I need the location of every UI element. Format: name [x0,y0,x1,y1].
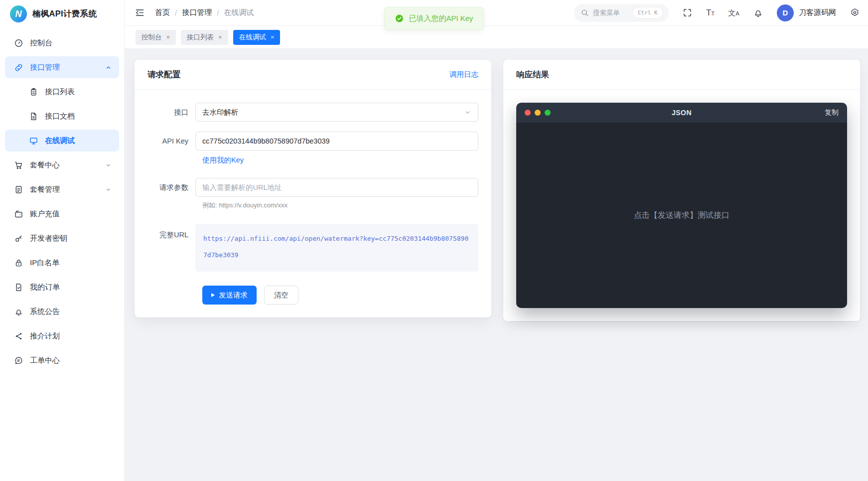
main-area: 首页 / 接口管理 / 在线调试 Ctrl K TT 文A [125,0,868,481]
tab-console[interactable]: 控制台 × [136,30,176,45]
sidebar-item-package-center[interactable]: 套餐中心 [5,154,119,176]
cart-icon [14,160,23,170]
use-my-key-link[interactable]: 使用我的Key [202,156,244,164]
sidebar-item-package-manage[interactable]: 套餐管理 [5,178,119,200]
request-config-panel: 请求配置 调用日志 接口 去水印解析 API K [135,60,491,318]
chevron-up-icon [105,64,112,71]
api-select[interactable]: 去水印解析 [195,103,478,122]
sidebar-item-api-docs[interactable]: 接口文档 [5,105,119,127]
breadcrumb-section[interactable]: 接口管理 [182,8,212,17]
clear-button[interactable]: 清空 [264,286,298,305]
success-check-icon [395,14,404,23]
fullscreen-button[interactable] [682,7,693,18]
settings-button[interactable] [850,7,860,18]
breadcrumb-separator: / [175,8,177,17]
app-logo-icon: N [10,5,27,22]
tab-label: 在线调试 [239,33,266,42]
sidebar-item-label: 接口列表 [45,87,75,97]
content-area: 请求配置 调用日志 接口 去水印解析 API K [125,49,868,481]
document-icon [29,112,38,121]
params-hint: 例如: https://v.douyin.com/xxx [202,201,478,210]
translate-button[interactable]: 文A [728,9,739,17]
sidebar-item-console[interactable]: 控制台 [5,32,119,54]
breadcrumb-home[interactable]: 首页 [155,8,170,17]
tab-label: 控制台 [142,33,162,42]
sidebar-item-api-manage[interactable]: 接口管理 [5,56,119,78]
sidebar-item-ip-whitelist[interactable]: IP白名单 [5,252,119,274]
window-controls [525,110,551,116]
sidebar-nav: 控制台 接口管理 接口列表 接口文档 在线调试 [0,28,124,375]
sidebar-item-label: 接口文档 [45,112,75,121]
tabbar: 控制台 × 接口列表 × 在线调试 × [125,26,868,49]
chevron-down-icon [105,186,112,193]
api-key-label: API Key [147,137,195,145]
notifications-button[interactable] [753,7,763,18]
sidebar-item-developer-key[interactable]: 开发者密钥 [5,227,119,249]
app-title: 楠枫API计费系统 [32,8,97,19]
key-icon [14,234,23,243]
send-request-button[interactable]: 发送请求 [202,286,257,305]
full-url-label: 完整URL [147,224,195,240]
close-icon[interactable]: × [166,34,170,40]
sidebar-item-referral-plan[interactable]: 推介计划 [5,325,119,347]
tab-api-list[interactable]: 接口列表 × [181,30,228,45]
panel-title: 请求配置 [147,69,180,80]
close-icon[interactable]: × [218,34,222,40]
sidebar-item-label: 套餐中心 [30,160,60,170]
link-icon [14,63,23,72]
topbar: 首页 / 接口管理 / 在线调试 Ctrl K TT 文A [125,0,868,26]
params-input[interactable] [195,178,478,197]
params-label: 请求参数 [147,183,195,192]
toast-message: 已填入您的API Key [384,7,483,30]
breadcrumb: 首页 / 接口管理 / 在线调试 [155,8,254,17]
sidebar-item-my-orders[interactable]: 我的订单 [5,276,119,298]
wallet-icon [14,209,23,219]
sidebar-item-label: 推介计划 [30,331,60,341]
response-placeholder: 点击【发送请求】测试接口 [634,210,729,221]
user-menu[interactable]: D 刀客源码网 [777,4,836,21]
chat-icon [14,356,23,365]
sidebar-item-ticket-center[interactable]: 工单中心 [5,349,119,371]
font-size-button[interactable]: TT [706,8,715,17]
menu-search[interactable]: Ctrl K [574,4,669,22]
terminal-format-label: JSON [672,109,692,117]
request-form: 接口 去水印解析 API Key [135,90,491,318]
response-terminal: JSON 复制 点击【发送请求】测试接口 [516,103,847,308]
call-log-link[interactable]: 调用日志 [449,70,478,79]
copy-button[interactable]: 复制 [825,108,839,117]
response-panel-header: 响应结果 [503,60,860,90]
tab-label: 接口列表 [187,33,214,42]
sidebar-item-label: IP白名单 [30,258,59,268]
sidebar-item-label: 接口管理 [30,63,60,72]
sidebar-item-online-debug[interactable]: 在线调试 [5,130,119,152]
breadcrumb-current: 在线调试 [224,8,254,17]
notebook-icon [14,185,23,194]
app-logo-row: N 楠枫API计费系统 [0,0,124,28]
search-input[interactable] [593,9,629,16]
sidebar-item-label: 在线调试 [45,136,75,146]
gear-icon [850,7,860,18]
sidebar-item-system-notice[interactable]: 系统公告 [5,301,119,322]
share-icon [14,331,23,341]
lock-icon [14,258,23,268]
sidebar-item-label: 我的订单 [30,283,60,292]
sidebar-item-label: 账户充值 [30,209,60,219]
response-result-panel: 响应结果 JSON 复制 [503,60,860,321]
terminal-body: 点击【发送请求】测试接口 [516,123,847,308]
close-icon[interactable]: × [271,34,275,40]
search-icon [580,8,589,17]
topbar-actions: Ctrl K TT 文A D 刀客源码网 [574,4,860,22]
clipboard-icon [29,87,38,97]
tab-online-debug[interactable]: 在线调试 × [233,30,281,45]
sidebar-item-label: 工单中心 [30,356,60,365]
terminal-header: JSON 复制 [516,103,847,123]
sidebar-item-label: 控制台 [30,38,52,48]
avatar: D [777,4,794,21]
window-minimize-dot [535,110,541,116]
sidebar-item-account-recharge[interactable]: 账户充值 [5,203,119,225]
sidebar-item-api-list[interactable]: 接口列表 [5,81,119,103]
sidebar-collapse-button[interactable] [135,7,145,18]
chevron-down-icon [105,161,112,169]
username: 刀客源码网 [799,8,836,17]
api-key-input[interactable] [195,132,478,151]
